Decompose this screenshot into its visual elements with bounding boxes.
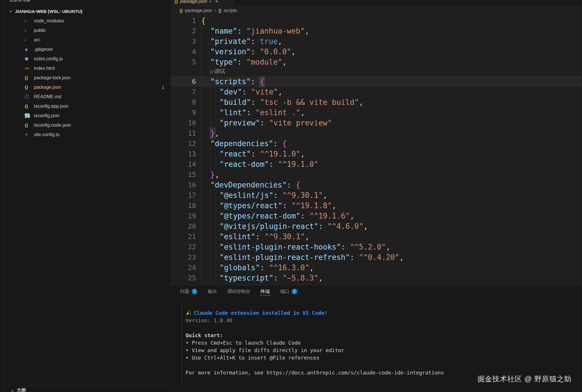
close-icon[interactable]: ×: [215, 0, 218, 4]
panel-tab-端口[interactable]: 端口2: [280, 285, 297, 298]
indent-guide: [201, 149, 210, 159]
code-token: {: [201, 16, 206, 26]
file-tree-item-package-lock.json[interactable]: {}package-lock.json: [0, 73, 171, 82]
code-token: :: [242, 87, 251, 97]
file-tree-item-vite.config.ts[interactable]: ⚡vite.config.ts: [0, 130, 171, 139]
code-token: "dependencies": [210, 138, 273, 149]
code-token: }: [210, 169, 215, 180]
panel-tab-label: 问题: [180, 289, 189, 295]
workspace-section-header[interactable]: › JIANHUA-WEB [WSL: UBUNTU]: [0, 7, 171, 16]
tab-package-json[interactable]: {} package.json ● ×: [171, 0, 234, 6]
indent-guide: [201, 169, 210, 180]
code-line-17: 17"@eslint/js": "^9.30.1",: [171, 190, 582, 200]
code-line-23: 23"eslint-plugin-react-refresh": "^0.4.2…: [171, 252, 582, 262]
code-token: "^19.1.8": [291, 200, 332, 211]
code-line-21: 21"eslint": "^9.30.1",: [171, 231, 582, 242]
terminal-output[interactable]: Claude Code extension installed in VS Co…: [186, 309, 444, 376]
code-token: "^4.6.0": [327, 221, 363, 231]
code-token: :: [260, 118, 269, 128]
html-icon: <>: [25, 66, 34, 71]
line-number: 6: [171, 76, 201, 87]
code-token: ,: [363, 221, 368, 231]
file-name: tsconfig.json: [34, 113, 59, 118]
code-line-22: 22"eslint-plugin-react-hooks": "^5.2.0",: [171, 242, 582, 252]
line-number: 15: [171, 169, 201, 180]
party-popper-icon: [186, 310, 192, 316]
indent-guide: [201, 231, 210, 242]
line-number: 25: [171, 273, 201, 283]
panel-tab-调试控制台[interactable]: 调试控制台: [227, 285, 250, 298]
terminal-line: [186, 324, 444, 332]
file-tree-item-src[interactable]: ›src: [0, 35, 171, 45]
code-line-13: 13"react": "^19.1.0",: [171, 149, 582, 159]
code-token: {: [282, 138, 287, 149]
breadcrumb-item[interactable]: package.json: [185, 8, 212, 13]
file-name: package-lock.json: [34, 75, 71, 80]
outline-section-header[interactable]: › 大纲: [4, 385, 171, 392]
terminal-line: • Press Cmd+Esc to launch Claude Code: [186, 339, 444, 347]
code-token: :: [251, 76, 260, 87]
indent-guide: [201, 118, 210, 128]
code-token: ,: [291, 47, 296, 57]
codelens-row[interactable]: ▷调试: [171, 67, 582, 76]
terminal-line: • View and apply file diffs directly in …: [186, 347, 444, 354]
code-token: "^0.4.20": [359, 252, 399, 262]
code-token: "dev": [219, 87, 242, 97]
info-icon: ⓘ: [25, 94, 34, 99]
line-number: 10: [171, 118, 201, 128]
git-icon: ◆: [25, 47, 34, 52]
file-tree-item-tsconfig.app.json[interactable]: {}tsconfig.app.json: [0, 101, 171, 111]
indent-guide: [201, 273, 210, 283]
code-token: true: [260, 36, 278, 47]
codelens-debug-action[interactable]: ▷调试: [210, 67, 226, 76]
file-tree-item-index.html[interactable]: <>index.html: [0, 63, 171, 73]
folder-chevron-icon: ›: [25, 18, 34, 23]
code-token: "devDependencies": [210, 180, 287, 190]
code-line-2: 2"name": "jianhua-web",: [171, 26, 582, 36]
indent-guide: [201, 252, 210, 262]
code-line-4: 4"version": "0.0.0",: [171, 47, 582, 57]
line-number: 5: [171, 57, 201, 67]
file-tree-item-eslint.config.js[interactable]: ⬢eslint.config.js: [0, 54, 171, 63]
problems-count-badge: 1: [162, 85, 164, 90]
file-tree-item-tsconfig.node.json[interactable]: {}tsconfig.node.json: [0, 120, 171, 130]
code-token: "version": [210, 47, 251, 57]
code-token: "@types/react-dom": [219, 211, 300, 221]
panel-tab-输出[interactable]: 输出: [208, 285, 217, 298]
indent-guide: [201, 26, 210, 36]
code-token: "@eslint/js": [219, 190, 273, 200]
modified-dot-icon: ●: [209, 0, 211, 3]
code-token: :: [300, 211, 309, 221]
code-line-12: 12"dependencies": {: [171, 138, 582, 149]
panel-tab-终端[interactable]: 终端: [261, 285, 270, 298]
code-token: "lint": [219, 107, 246, 118]
code-token: "scripts": [210, 76, 251, 87]
panel-tab-问题[interactable]: 问题1: [180, 285, 197, 298]
code-editor[interactable]: 1{2"name": "jianhua-web",3"private": tru…: [171, 16, 582, 283]
editor-group: {} package.json ● × {}package.json›{}scr…: [171, 0, 582, 285]
file-tree-item-public[interactable]: ›public: [0, 26, 171, 35]
file-name: node_modules: [34, 18, 64, 24]
file-tree-item-README.md[interactable]: ⓘREADME.md: [0, 92, 171, 101]
code-line-14: 14"react-dom": "^19.1.0": [171, 159, 582, 169]
code-token: :: [350, 252, 359, 262]
code-line-5: 5"type": "module",: [171, 57, 582, 67]
code-token: "0.0.0": [260, 47, 291, 57]
file-tree-item-node_modules[interactable]: ›node_modules: [0, 16, 171, 26]
chevron-right-icon: ›: [214, 8, 216, 13]
count-badge: 2: [292, 289, 297, 294]
code-token: ,: [215, 169, 219, 180]
file-tree-item-.gitignore[interactable]: ◆.gitignore: [0, 45, 171, 54]
file-tree-item-package.json[interactable]: {}package.json1: [0, 82, 171, 92]
line-number: 8: [171, 97, 201, 107]
indent-guide: [210, 273, 219, 283]
folder-chevron-icon: ›: [25, 37, 34, 42]
code-token: "eslint .": [255, 107, 300, 118]
indent-guide: [201, 211, 210, 221]
code-token: "react": [219, 149, 251, 159]
file-tree-item-tsconfig.json[interactable]: TStsconfig.json: [0, 111, 171, 120]
code-token: {: [260, 76, 264, 87]
breadcrumb-item[interactable]: scripts: [224, 8, 237, 13]
count-badge: 1: [192, 289, 197, 294]
file-name: .gitignore: [34, 47, 53, 52]
